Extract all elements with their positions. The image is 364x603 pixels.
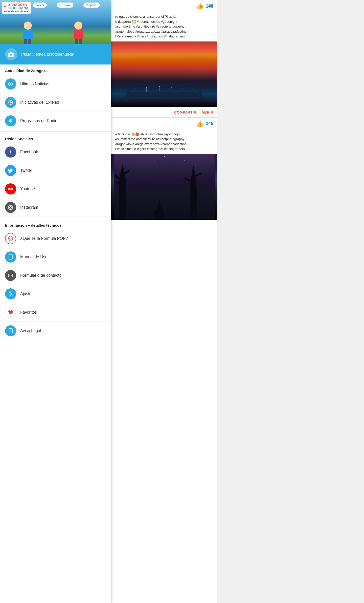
menu-item-radio[interactable]: Programas de Radio bbox=[0, 112, 111, 130]
facebook-label: Facebook bbox=[20, 150, 38, 154]
app-logo: ✓ ZARAGOZA CIUDADANA Practica la Fórmula… bbox=[2, 2, 31, 14]
youtube-label: Youtube bbox=[20, 187, 35, 191]
social-feed: ↻ 👍 148 ro guarda silencio, al pasar por… bbox=[111, 0, 217, 603]
card-2-image bbox=[111, 154, 217, 220]
iniciativas-icon bbox=[5, 97, 16, 108]
favoritos-label: Favoritos bbox=[20, 310, 37, 315]
svg-text:f: f bbox=[10, 150, 11, 154]
svg-point-32 bbox=[159, 86, 160, 87]
svg-rect-3 bbox=[10, 52, 12, 53]
formula-icon bbox=[5, 233, 16, 244]
svg-rect-21 bbox=[9, 274, 13, 277]
logo-tagline: Practica la Fórmula POP! bbox=[4, 10, 29, 13]
menu-item-formula[interactable]: ¿Qué es la Fórmula POP? bbox=[0, 229, 111, 248]
speech-bubble-pasear: Pasear bbox=[33, 3, 47, 8]
radio-label: Programas de Radio bbox=[20, 119, 57, 123]
card-1-bottom-actions: COMPARTIR ABRIR bbox=[111, 107, 217, 117]
svg-point-36 bbox=[126, 159, 127, 159]
photo-report-button[interactable]: Pulsa y envía tu fotodenuncia bbox=[0, 44, 111, 64]
card-2-likes: 👍 246 bbox=[196, 120, 213, 127]
menu-item-instagram[interactable]: Instagram bbox=[0, 198, 111, 217]
speech-bubbles: Pasear Observar Proponer bbox=[33, 3, 100, 8]
svg-marker-7 bbox=[10, 101, 12, 103]
menu-item-twitter[interactable]: Twitter bbox=[0, 161, 111, 180]
svg-rect-27 bbox=[126, 92, 202, 97]
divider-1 bbox=[0, 131, 111, 132]
logo-check-icon: ✓ bbox=[4, 4, 7, 9]
section-info-title: Información y detalles técnicos bbox=[0, 219, 111, 229]
like-icon-2: 👍 bbox=[196, 120, 204, 127]
svg-point-41 bbox=[134, 164, 134, 164]
aviso-label: Aviso Legal bbox=[20, 329, 41, 333]
character-boy bbox=[71, 21, 86, 44]
twitter-icon bbox=[5, 165, 16, 176]
sidebar: ✓ ZARAGOZA CIUDADANA Practica la Fórmula… bbox=[0, 0, 111, 603]
settings-icon bbox=[5, 288, 16, 299]
iniciativas-label: Iniciativas del Exterior bbox=[20, 100, 60, 105]
svg-rect-46 bbox=[154, 210, 164, 220]
menu-item-youtube[interactable]: Youtube bbox=[0, 180, 111, 198]
youtube-icon bbox=[5, 183, 16, 195]
card-1-image bbox=[111, 41, 217, 107]
svg-point-10 bbox=[10, 120, 11, 122]
menu-item-noticias[interactable]: Últimas Noticias bbox=[0, 75, 111, 93]
photo-report-label: Pulsa y envía tu fotodenuncia bbox=[21, 52, 74, 57]
banner-characters bbox=[20, 21, 86, 44]
svg-point-2 bbox=[10, 54, 12, 56]
formulario-label: Formulario de contacto bbox=[20, 273, 62, 278]
svg-point-15 bbox=[10, 206, 12, 208]
card-2-text: e la ciudad😄🎒 #buenasnoches #goodnight#s… bbox=[111, 130, 217, 154]
formula-label: ¿Qué es la Fórmula POP? bbox=[20, 236, 68, 241]
like-icon-1: 👍 bbox=[196, 3, 204, 10]
ajustes-label: Ajustes bbox=[20, 292, 33, 296]
svg-point-16 bbox=[12, 206, 12, 206]
legal-icon bbox=[5, 325, 16, 336]
svg-point-39 bbox=[184, 160, 185, 161]
favorites-icon bbox=[5, 307, 16, 318]
character-girl bbox=[20, 21, 35, 44]
card-1-text: ro guarda silencio, al pasar por el Pila… bbox=[111, 12, 217, 41]
svg-point-31 bbox=[146, 87, 147, 88]
svg-point-43 bbox=[194, 164, 195, 164]
menu-item-facebook[interactable]: f Facebook bbox=[0, 143, 111, 161]
menu-item-favoritos[interactable]: Favoritos bbox=[0, 303, 111, 322]
svg-point-42 bbox=[154, 161, 154, 162]
top-bar: ↻ bbox=[204, 0, 217, 13]
app-banner: ✓ ZARAGOZA CIUDADANA Practica la Fórmula… bbox=[0, 0, 111, 44]
speech-bubble-proponer: Proponer bbox=[83, 3, 100, 8]
svg-point-33 bbox=[171, 87, 172, 88]
card-1-actions: 👍 148 bbox=[111, 0, 217, 12]
divider-2 bbox=[0, 218, 111, 218]
card-2-actions: 👍 246 bbox=[111, 118, 217, 130]
camera-icon bbox=[5, 48, 17, 60]
instagram-label: Instagram bbox=[20, 205, 38, 210]
menu-item-ajustes[interactable]: Ajustes bbox=[0, 285, 111, 303]
feed-card-1: 👍 148 ro guarda silencio, al pasar por e… bbox=[111, 0, 217, 118]
contact-icon bbox=[5, 270, 16, 281]
svg-point-37 bbox=[144, 157, 144, 158]
svg-marker-5 bbox=[10, 83, 12, 85]
radio-icon bbox=[5, 115, 16, 126]
menu-item-formulario[interactable]: Formulario de contacto bbox=[0, 266, 111, 285]
speech-bubble-observar: Observar bbox=[57, 3, 73, 8]
share-button-1[interactable]: COMPARTIR bbox=[174, 110, 196, 114]
svg-point-40 bbox=[202, 157, 203, 157]
menu-item-aviso[interactable]: Aviso Legal bbox=[0, 322, 111, 340]
manual-label: Manual de Uso bbox=[20, 255, 48, 259]
noticias-icon bbox=[5, 78, 16, 90]
instagram-icon bbox=[5, 202, 16, 213]
section-actualidad-title: Actualidad de Zaragoza bbox=[0, 64, 111, 75]
section-redes-title: Redes Sociales bbox=[0, 133, 111, 143]
twitter-label: Twitter bbox=[20, 168, 32, 173]
menu-item-manual[interactable]: Manual de Uso bbox=[0, 248, 111, 266]
noticias-label: Últimas Noticias bbox=[20, 82, 49, 86]
svg-point-22 bbox=[10, 293, 12, 295]
svg-point-38 bbox=[164, 156, 165, 157]
open-button-1[interactable]: ABRIR bbox=[201, 110, 213, 114]
refresh-icon[interactable]: ↻ bbox=[208, 3, 213, 10]
manual-icon bbox=[5, 251, 16, 263]
facebook-icon: f bbox=[5, 146, 16, 158]
logo-ciudadana: CIUDADANA bbox=[8, 6, 28, 10]
like-count-2: 246 bbox=[206, 121, 213, 126]
menu-item-iniciativas[interactable]: Iniciativas del Exterior bbox=[0, 93, 111, 112]
